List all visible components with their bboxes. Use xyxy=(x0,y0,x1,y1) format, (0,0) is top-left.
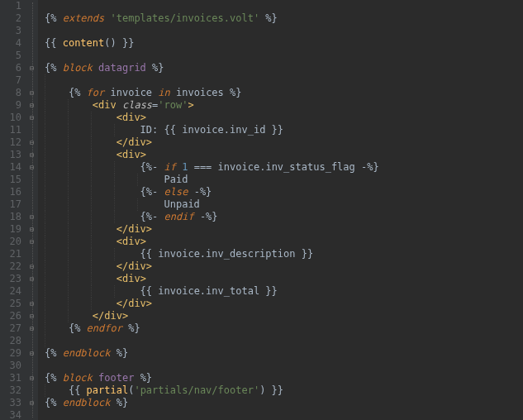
code-line[interactable]: </div> xyxy=(45,298,523,310)
code-text: {% endblock %} xyxy=(45,397,128,408)
code-line[interactable]: {% block footer %} xyxy=(45,372,523,384)
line-number: 21 xyxy=(3,248,21,260)
code-line[interactable]: <div> xyxy=(45,236,523,248)
code-line[interactable]: <div> xyxy=(45,112,523,124)
fold-close-icon[interactable]: ⊟ xyxy=(30,227,36,232)
line-number: 19 xyxy=(3,223,21,236)
code-line[interactable]: </div> xyxy=(45,260,523,273)
code-text: {% extends 'templates/invoices.volt' %} xyxy=(45,12,278,24)
code-text xyxy=(45,74,50,86)
line-number: 8 xyxy=(3,87,21,99)
code-line[interactable]: </div> xyxy=(45,136,523,149)
code-line[interactable]: {{ partial('partials/nav/footer') }} xyxy=(45,384,523,397)
code-line[interactable]: <div> xyxy=(45,149,523,161)
code-text xyxy=(45,409,50,420)
code-text: {% block footer %} xyxy=(45,372,152,384)
line-number: 7 xyxy=(3,74,21,87)
line-number: 22 xyxy=(3,260,21,273)
line-number: 30 xyxy=(3,360,21,372)
code-line[interactable]: {% block datagrid %} xyxy=(45,62,523,74)
fold-open-icon[interactable]: ⊟ xyxy=(30,90,36,96)
fold-open-icon[interactable]: ⊟ xyxy=(30,375,36,381)
fold-open-icon[interactable]: ⊟ xyxy=(30,115,36,121)
line-number: 31 xyxy=(3,372,21,384)
fold-gutter[interactable]: ⊟⊟⊟⊟⊟⊟⊟⊟⊟⊟⊟⊟⊟⊟⊟⊟⊟⊟ xyxy=(28,0,38,420)
code-text: {%- endif -%} xyxy=(45,211,218,222)
line-number: 32 xyxy=(3,384,21,397)
fold-close-icon[interactable]: ⊟ xyxy=(30,214,36,220)
code-line[interactable]: <div class='row'> xyxy=(45,99,523,112)
code-area[interactable]: {% extends 'templates/invoices.volt' %} … xyxy=(38,0,523,420)
code-text: {%- if 1 === invoice.inv_status_flag -%} xyxy=(45,161,379,173)
code-text: <div> xyxy=(45,149,146,160)
fold-close-icon[interactable]: ⊟ xyxy=(30,326,36,332)
fold-open-icon[interactable]: ⊟ xyxy=(30,65,36,71)
line-number: 6 xyxy=(3,62,21,74)
code-line[interactable]: {%- else -%} xyxy=(45,186,523,198)
fold-close-icon[interactable]: ⊟ xyxy=(30,313,36,319)
code-line[interactable] xyxy=(45,360,523,372)
code-text: </div> xyxy=(45,223,152,235)
line-number: 27 xyxy=(3,322,21,335)
line-number: 25 xyxy=(3,298,21,310)
code-line[interactable] xyxy=(45,74,523,87)
code-text: {% for invoice in invoices %} xyxy=(45,87,242,98)
fold-open-icon[interactable]: ⊟ xyxy=(30,165,36,170)
line-number: 14 xyxy=(3,161,21,174)
fold-open-icon[interactable]: ⊟ xyxy=(30,239,36,245)
code-line[interactable]: {% endblock %} xyxy=(45,397,523,409)
fold-close-icon[interactable]: ⊟ xyxy=(30,351,36,356)
code-line[interactable] xyxy=(45,0,523,12)
code-line[interactable]: {%- endif -%} xyxy=(45,211,523,223)
code-line[interactable]: </div> xyxy=(45,223,523,236)
code-editor[interactable]: 1234567891011121314151617181920212223242… xyxy=(0,0,523,420)
code-line[interactable] xyxy=(45,409,523,420)
code-text: {% endblock %} xyxy=(45,347,128,359)
code-line[interactable] xyxy=(45,335,523,347)
code-line[interactable]: {% endfor %} xyxy=(45,322,523,335)
code-text: ID: {{ invoice.inv_id }} xyxy=(45,124,283,136)
code-text: {% block datagrid %} xyxy=(45,62,164,74)
line-number: 29 xyxy=(3,347,21,360)
code-line[interactable]: {% endblock %} xyxy=(45,347,523,360)
line-number: 16 xyxy=(3,186,21,198)
line-number: 23 xyxy=(3,273,21,285)
code-text: <div> xyxy=(45,112,146,123)
code-line[interactable]: {%- if 1 === invoice.inv_status_flag -%} xyxy=(45,161,523,174)
code-line[interactable]: {% for invoice in invoices %} xyxy=(45,87,523,99)
code-text: {{ invoice.inv_description }} xyxy=(45,248,313,260)
fold-close-icon[interactable]: ⊟ xyxy=(30,301,36,307)
code-text xyxy=(45,335,50,346)
line-number: 3 xyxy=(3,25,21,37)
code-line[interactable]: {{ invoice.inv_description }} xyxy=(45,248,523,260)
line-number: 34 xyxy=(3,409,21,420)
code-text xyxy=(45,0,50,12)
code-line[interactable] xyxy=(45,25,523,37)
fold-open-icon[interactable]: ⊟ xyxy=(30,276,36,282)
code-line[interactable] xyxy=(45,50,523,62)
line-number: 12 xyxy=(3,136,21,149)
line-number: 28 xyxy=(3,335,21,347)
code-line[interactable]: </div> xyxy=(45,310,523,322)
line-number: 20 xyxy=(3,236,21,248)
code-line[interactable]: Paid xyxy=(45,174,523,186)
line-number: 26 xyxy=(3,310,21,322)
code-text: </div> xyxy=(45,136,152,148)
code-line[interactable]: Unpaid xyxy=(45,198,523,211)
code-line[interactable]: {{ invoice.inv_total }} xyxy=(45,285,523,298)
code-line[interactable]: {{ content() }} xyxy=(45,37,523,50)
fold-open-icon[interactable]: ⊟ xyxy=(30,152,36,158)
line-number: 9 xyxy=(3,99,21,112)
line-number: 17 xyxy=(3,198,21,211)
code-line[interactable]: {% extends 'templates/invoices.volt' %} xyxy=(45,12,523,25)
code-text: </div> xyxy=(45,298,152,309)
code-line[interactable]: ID: {{ invoice.inv_id }} xyxy=(45,124,523,136)
fold-close-icon[interactable]: ⊟ xyxy=(30,400,36,406)
code-text: {{ content() }} xyxy=(45,37,134,49)
code-line[interactable]: <div> xyxy=(45,273,523,285)
fold-open-icon[interactable]: ⊟ xyxy=(30,103,36,108)
line-number: 18 xyxy=(3,211,21,223)
fold-close-icon[interactable]: ⊟ xyxy=(30,140,36,146)
code-text xyxy=(45,50,50,61)
fold-close-icon[interactable]: ⊟ xyxy=(30,264,36,270)
